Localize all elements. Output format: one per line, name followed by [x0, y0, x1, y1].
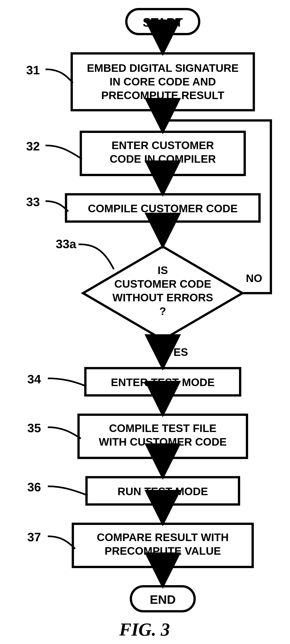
end-terminal: END: [131, 592, 195, 608]
ref-33a: 33a: [51, 236, 81, 252]
ref-36: 36: [23, 480, 46, 495]
figure-label: FIG. 3: [96, 618, 194, 641]
box-35-text: COMPILE TEST FILE WITH CUSTOMER CODE: [79, 422, 247, 449]
box-37-text: COMPARE RESULT WITH PRECOMPUTE VALUE: [73, 530, 253, 558]
box-34-text: ENTER TEST MODE: [85, 376, 240, 389]
flowchart-canvas: START EMBED DIGITAL SIGNATURE IN CORE CO…: [0, 0, 290, 644]
box-33-text: COMPILE CUSTOMER CODE: [66, 202, 259, 216]
ref-32: 32: [22, 138, 44, 154]
ref-33: 33: [22, 194, 44, 210]
edge-no: NO: [246, 272, 269, 285]
ref-37: 37: [23, 530, 46, 545]
edge-yes: YES: [166, 346, 194, 359]
ref-35: 35: [23, 420, 46, 436]
ref-34: 34: [23, 372, 46, 387]
box-36-text: RUN TEST MODE: [86, 485, 239, 498]
box-31-text: EMBED DIGITAL SIGNATURE IN CORE CODE AND…: [72, 61, 254, 102]
decision-text: IS CUSTOMER CODE WITHOUT ERRORS ?: [94, 264, 231, 318]
ref-31: 31: [22, 62, 44, 78]
box-32-text: ENTER CUSTOMER CODE IN COMPILER: [81, 138, 245, 166]
start-terminal: START: [126, 15, 199, 30]
